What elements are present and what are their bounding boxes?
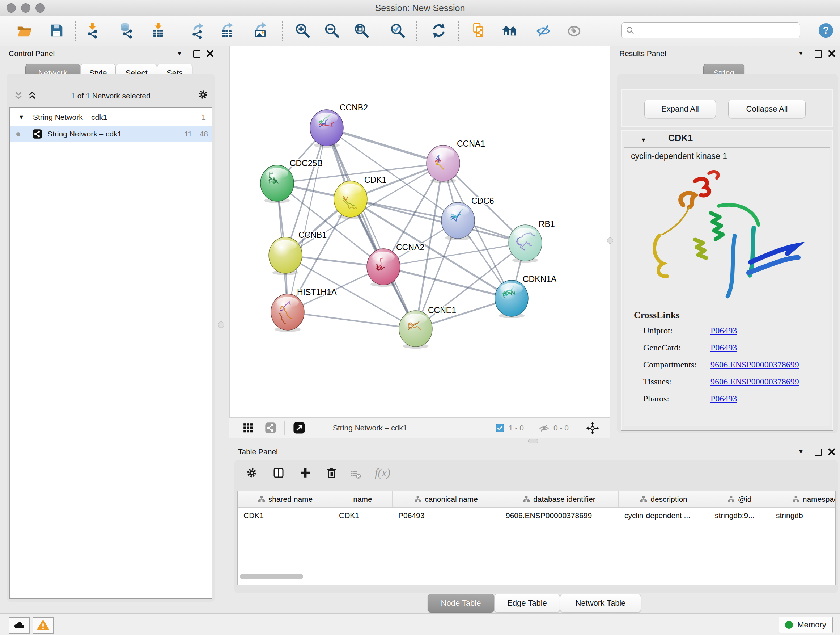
collapse-all-button[interactable]: Collapse All [728, 100, 806, 119]
tab-node-table[interactable]: Node Table [428, 594, 494, 613]
memory-button[interactable]: Memory [778, 616, 833, 633]
table-panel-float-icon[interactable]: ▼ [798, 445, 804, 459]
genecard-link[interactable]: P06493 [711, 343, 737, 353]
results-panel-maximize-icon[interactable] [815, 50, 822, 57]
cell-description[interactable]: cyclin-dependent ... [619, 508, 709, 524]
zoom-fit-button[interactable] [353, 22, 370, 39]
zoom-in-button[interactable] [294, 22, 311, 39]
fit-content-crosshair-icon[interactable] [586, 422, 599, 435]
show-details-button[interactable] [566, 22, 583, 39]
hide-unhide-button[interactable] [535, 22, 552, 39]
column-header-canonical-name[interactable]: canonical name [393, 491, 500, 507]
zoom-selected-button[interactable] [389, 22, 406, 39]
control-panel-float-icon[interactable]: ▼ [177, 46, 182, 61]
expand-all-chevrons-icon[interactable] [27, 90, 38, 101]
node-label-CCNB2: CCNB2 [340, 103, 368, 112]
collapse-all-chevrons-icon[interactable] [13, 90, 24, 101]
network-graph: CCNB2 CCNA1 CDC25B CDK1 CDC6 [230, 46, 609, 417]
string-home-button[interactable] [501, 22, 518, 39]
delete-column-icon[interactable] [325, 466, 338, 479]
zoom-out-button[interactable] [324, 22, 340, 39]
network-node-HIST1H1A[interactable]: HIST1H1A [271, 287, 337, 332]
table-panel-close-icon[interactable] [828, 448, 836, 456]
export-table-button[interactable] [219, 22, 236, 39]
crosslink-label: GeneCard: [643, 343, 681, 353]
tissues-link[interactable]: 9606.ENSP00000378699 [711, 377, 799, 386]
export-image-button[interactable] [253, 22, 270, 39]
control-panel-close-icon[interactable] [206, 50, 214, 57]
network-collection-row[interactable]: ▼ String Network – cdk1 1 [10, 109, 212, 126]
column-header-@id[interactable]: @id [709, 491, 770, 507]
left-splitter-handle[interactable] [218, 321, 224, 328]
table-panel-maximize-icon[interactable] [815, 448, 822, 456]
right-splitter-handle[interactable] [607, 238, 613, 244]
help-icon: ? [818, 22, 834, 39]
network-node-CCNB2[interactable]: CCNB2 [310, 103, 368, 148]
cell-database-identifier[interactable]: 9606.ENSP00000378699 [500, 508, 619, 524]
column-header-shared-name[interactable]: shared name [238, 491, 333, 507]
selected-checkbox-icon[interactable] [496, 424, 504, 432]
results-panel-close-icon[interactable] [828, 50, 836, 57]
network-canvas[interactable]: CCNB2 CCNA1 CDC25B CDK1 CDC6 [229, 46, 610, 418]
footer-separator [532, 421, 533, 435]
column-header-namespace[interactable]: namespace [770, 491, 836, 507]
column-label: description [651, 495, 687, 504]
compartments-link[interactable]: 9606.ENSP00000378699 [711, 360, 799, 370]
horizontal-scrollbar[interactable] [240, 574, 303, 579]
network-node-CCNB1[interactable]: CCNB1 [269, 230, 327, 275]
column-header-description[interactable]: description [619, 491, 709, 507]
search-input[interactable] [622, 22, 800, 38]
control-panel-maximize-icon[interactable] [193, 50, 201, 57]
tab-network-table[interactable]: Network Table [560, 594, 641, 613]
cell-shared-name[interactable]: CDK1 [238, 508, 333, 524]
network-node-RB1[interactable]: RB1 [508, 219, 555, 263]
export-network-button[interactable] [190, 22, 207, 39]
add-column-icon[interactable] [299, 466, 312, 479]
birdseye-icon[interactable] [293, 422, 305, 434]
show-columns-icon[interactable] [272, 466, 285, 479]
cloud-status-button[interactable] [9, 617, 30, 633]
network-share-gray-icon[interactable] [265, 422, 276, 434]
import-network-icon [84, 22, 101, 39]
import-network-file-button[interactable] [84, 22, 101, 39]
gear-icon[interactable] [197, 88, 209, 101]
expand-all-button[interactable]: Expand All [644, 100, 716, 119]
edge-CCNB2-HIST1H1A[interactable] [287, 128, 327, 312]
bottom-splitter-handle[interactable] [528, 439, 538, 443]
refresh-button[interactable] [431, 22, 447, 39]
import-table-file-button[interactable] [150, 22, 166, 39]
network-row-selected[interactable]: String Network – cdk1 11 48 [10, 126, 212, 142]
uniprot-link[interactable]: P06493 [711, 326, 737, 336]
string-import-button[interactable] [471, 22, 487, 39]
edge-CCNB2-CCNA1[interactable] [327, 128, 443, 163]
pharos-link[interactable]: P06493 [711, 394, 737, 404]
cell-name[interactable]: CDK1 [333, 508, 393, 524]
entry-expander-icon[interactable]: ▼ [641, 133, 646, 147]
results-panel-float-icon[interactable]: ▼ [798, 46, 804, 61]
network-node-CDK1[interactable]: CDK1 [334, 175, 386, 219]
import-network-database-button[interactable] [119, 22, 136, 39]
warning-status-button[interactable] [33, 617, 54, 633]
edge-CCNB2-CCNE1[interactable] [327, 128, 416, 329]
cell-namespace[interactable]: stringdb [770, 508, 836, 524]
network-node-CDC25B[interactable]: CDC25B [261, 158, 323, 203]
cell-@id[interactable]: stringdb:9... [709, 508, 770, 524]
open-session-button[interactable] [16, 22, 33, 39]
grid-view-icon[interactable] [243, 423, 253, 433]
cell-canonical-name[interactable]: P06493 [393, 508, 500, 524]
column-header-name[interactable]: name [333, 491, 393, 507]
network-node-CDKN1A[interactable]: CDKN1A [495, 274, 557, 318]
column-header-database-identifier[interactable]: database identifier [500, 491, 619, 507]
table-gear-icon[interactable] [245, 466, 258, 479]
edge-CCNA2-CDKN1A[interactable] [384, 267, 512, 298]
node-table: shared namename canonical name database … [237, 491, 836, 585]
help-button[interactable]: ? [818, 22, 834, 39]
edge-HIST1H1A-CCNE1[interactable] [287, 312, 416, 329]
tab-edge-table[interactable]: Edge Table [494, 594, 560, 613]
hidden-eye-slash-icon[interactable] [539, 423, 549, 433]
tree-expander-icon[interactable]: ▼ [19, 110, 24, 125]
save-session-button[interactable] [48, 22, 65, 39]
network-tree: ▼ String Network – cdk1 1 String Network… [9, 107, 212, 599]
shared-column-icon [414, 496, 422, 502]
shared-column-icon [792, 496, 799, 502]
